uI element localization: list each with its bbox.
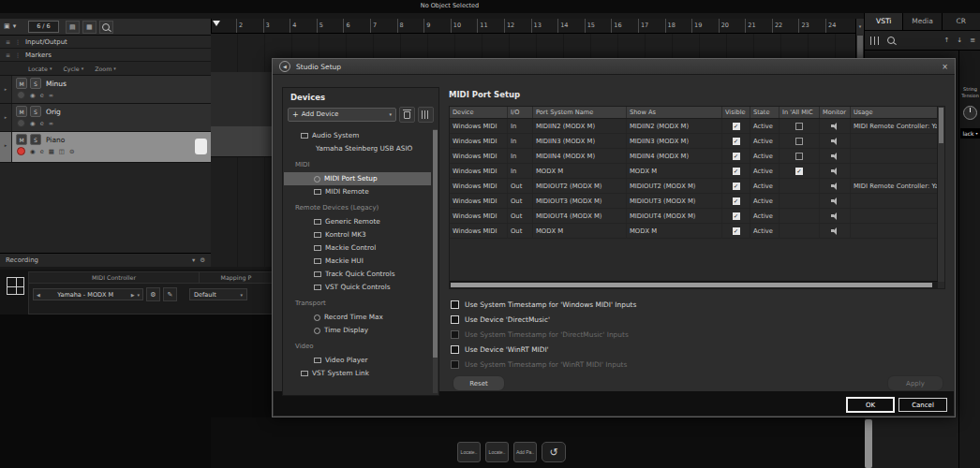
monitor-speaker-icon[interactable]: ◉ xyxy=(30,91,36,100)
automation-icon[interactable]: ∞ xyxy=(49,119,53,128)
visible-checkbox[interactable] xyxy=(733,168,740,175)
option-checkbox[interactable] xyxy=(451,345,459,354)
track-handle[interactable]: ▸ xyxy=(0,104,12,131)
cancel-button[interactable]: Cancel xyxy=(898,398,947,412)
scroll-up-icon[interactable]: ↑ xyxy=(943,37,949,44)
track-piano[interactable]: ▸ M S Piano ◉ e ▦ ◫ ⊖ xyxy=(0,132,211,163)
tree-item-vst-quick-controls[interactable]: VST Quick Controls xyxy=(284,281,431,294)
tree-item-mackie-control[interactable]: Mackie Control xyxy=(284,241,431,255)
visible-checkbox[interactable] xyxy=(733,227,740,235)
column-header[interactable]: Port System Name xyxy=(533,107,627,118)
caret-down-icon[interactable]: ▾ xyxy=(192,256,195,264)
midi-option[interactable]: Use System Timestamp for 'DirectMusic' I… xyxy=(451,327,943,342)
record-arm-icon[interactable] xyxy=(17,91,25,99)
column-header[interactable]: Usage xyxy=(851,107,938,118)
monitor-speaker-icon[interactable]: ◉ xyxy=(30,147,36,156)
tree-item-track-quick-controls[interactable]: Track Quick Controls xyxy=(284,268,431,281)
monitor-icon[interactable] xyxy=(831,138,839,145)
track-orig[interactable]: ▸ M S Orig ◉ e ∞ xyxy=(0,104,211,132)
monitor-icon[interactable] xyxy=(831,197,839,205)
automation-icon[interactable]: ∞ xyxy=(49,91,53,100)
mini-action-button[interactable]: Locate.. xyxy=(485,442,509,462)
mute-button[interactable]: M xyxy=(16,106,27,117)
midi-port-row[interactable]: Windows MIDI In MIDIIN4 (MODX M) MIDIIN4… xyxy=(450,149,938,164)
undo-icon[interactable]: ↺ xyxy=(542,442,566,462)
midi-option[interactable]: Use System Timestamp for 'WinRT MIDI' In… xyxy=(451,357,943,372)
in-all-midi-checkbox[interactable] xyxy=(795,153,803,160)
track-handle[interactable]: ▸ xyxy=(0,76,12,103)
right-zone-tab[interactable]: VSTi xyxy=(865,13,903,30)
mapping-page-selector[interactable]: Default ▾ xyxy=(189,288,247,300)
option-checkbox[interactable] xyxy=(451,300,459,309)
grid-icon[interactable]: ▦ xyxy=(82,21,97,34)
monitor-icon[interactable] xyxy=(831,183,839,190)
edit-channel-icon[interactable]: e xyxy=(40,147,44,156)
mini-action-button[interactable]: Locate.. xyxy=(457,442,481,462)
midi-option[interactable]: Use System Timestamp for 'Windows MIDI' … xyxy=(451,297,943,312)
mute-button[interactable]: M xyxy=(16,78,27,89)
option-checkbox[interactable] xyxy=(451,330,459,339)
reset-button[interactable]: Reset xyxy=(453,375,505,391)
column-header[interactable]: Monitor xyxy=(820,107,851,118)
record-arm-icon[interactable] xyxy=(17,147,25,155)
prev-icon[interactable]: ◀ xyxy=(37,292,40,298)
list-icon[interactable]: ▤ xyxy=(66,21,80,34)
solo-button[interactable]: S xyxy=(30,78,41,89)
in-all-midi-checkbox[interactable] xyxy=(795,138,803,145)
preset-dropdown[interactable]: lack ▾ xyxy=(960,128,980,139)
column-header[interactable]: Visible xyxy=(722,107,750,118)
search-icon[interactable] xyxy=(99,21,113,34)
midi-port-row[interactable]: Windows MIDI Out MIDIOUT2 (MODX M) MIDIO… xyxy=(450,179,938,194)
record-arm-icon[interactable] xyxy=(17,119,25,127)
tree-item-time-display[interactable]: Time Display xyxy=(284,324,431,337)
menu-icon[interactable]: ≡ xyxy=(970,37,975,44)
visible-checkbox[interactable] xyxy=(733,153,740,160)
marker-control[interactable]: Cycle ▾ xyxy=(63,66,83,72)
visible-checkbox[interactable] xyxy=(733,138,740,145)
monitor-icon[interactable] xyxy=(831,227,839,235)
tree-item-midi-port-setup[interactable]: MIDI Port Setup xyxy=(284,172,431,185)
panel-icon[interactable]: ▣ xyxy=(4,22,10,32)
edit-channel-icon[interactable]: e xyxy=(40,119,44,128)
tree-item-audio-system[interactable]: Audio System xyxy=(284,129,431,142)
monitor-icon[interactable] xyxy=(831,123,839,130)
tree-item-video-player[interactable]: Video Player xyxy=(284,354,431,367)
midi-port-row[interactable]: Windows MIDI Out MIDIOUT3 (MODX M) MIDIO… xyxy=(450,194,938,209)
search-icon[interactable] xyxy=(887,37,895,44)
in-all-midi-checkbox[interactable] xyxy=(795,168,803,175)
macro-knob[interactable] xyxy=(963,106,977,120)
right-zone-tab[interactable]: CR xyxy=(943,13,980,30)
visible-checkbox[interactable] xyxy=(733,197,740,205)
ok-button[interactable]: OK xyxy=(847,398,894,412)
column-header[interactable]: Show As xyxy=(627,107,722,118)
caret-down-icon[interactable]: ▾ xyxy=(13,22,17,32)
midi-port-row[interactable]: Windows MIDI In MIDIIN2 (MODX M) MIDIIN2… xyxy=(450,119,938,134)
tree-item-generic-remote[interactable]: Generic Remote xyxy=(284,215,431,228)
monitor-icon[interactable] xyxy=(831,168,839,175)
gear-icon[interactable]: ⚙ xyxy=(200,256,205,264)
monitor-icon[interactable] xyxy=(831,212,839,220)
tree-item-record-time-max[interactable]: Record Time Max xyxy=(284,311,431,324)
tree-item-mackie-hui[interactable]: Mackie HUI xyxy=(284,255,431,268)
tree-item-vst-system-link[interactable]: VST System Link xyxy=(284,367,431,380)
device-tree-scrollbar[interactable] xyxy=(433,129,438,393)
back-icon[interactable]: ◀ xyxy=(279,61,290,72)
marker-control[interactable]: Zoom ▾ xyxy=(95,66,116,72)
instrument-icon[interactable]: ▦ xyxy=(49,147,54,156)
midi-option[interactable]: Use Device 'WinRT MIDI' xyxy=(451,342,943,357)
option-checkbox[interactable] xyxy=(451,360,459,369)
visible-checkbox[interactable] xyxy=(733,183,740,190)
add-device-dropdown[interactable]: + Add Device ▾ xyxy=(288,108,396,122)
monitor-speaker-icon[interactable]: ◉ xyxy=(30,119,36,128)
marker-control[interactable]: Locate ▾ xyxy=(28,66,52,72)
pencil-icon[interactable]: ✎ xyxy=(163,287,177,301)
tree-item-kontrol-mk3[interactable]: Kontrol MK3 xyxy=(284,228,431,241)
column-header[interactable]: State xyxy=(750,107,780,118)
column-header[interactable]: In 'All MIC xyxy=(780,107,820,118)
midi-port-row[interactable]: Windows MIDI Out MODX M MODX M Active xyxy=(450,224,938,239)
column-header[interactable]: I/O xyxy=(508,107,533,118)
fader-icon[interactable] xyxy=(870,37,880,45)
table-vertical-scrollbar[interactable] xyxy=(937,107,944,282)
mute-button[interactable]: M xyxy=(16,134,27,145)
bottom-right-scrollbar[interactable] xyxy=(865,419,872,468)
